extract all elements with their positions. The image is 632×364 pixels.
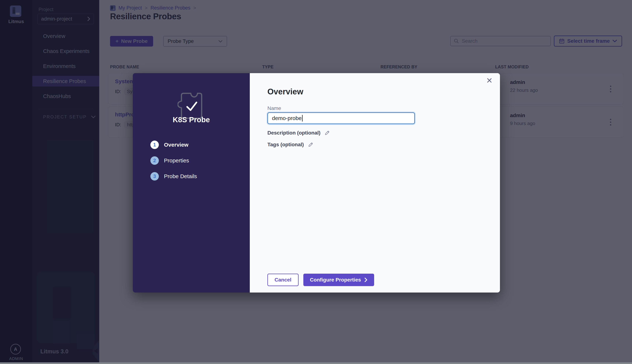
modal-footer: Cancel Configure Properties bbox=[267, 274, 374, 286]
description-label: Description (optional) bbox=[267, 130, 320, 136]
text-cursor bbox=[302, 115, 303, 122]
litmus-app: Litmus A ADMIN Project admin-project Ove… bbox=[0, 0, 632, 364]
step-probe-details[interactable]: 3 Probe Details bbox=[150, 172, 197, 180]
horizontal-scrollbar[interactable] bbox=[0, 362, 632, 364]
tags-field[interactable]: Tags (optional) bbox=[267, 142, 313, 148]
modal-form-panel: ✕ Overview Name demo-probe Description (… bbox=[250, 73, 500, 292]
close-icon[interactable]: ✕ bbox=[486, 77, 493, 84]
wizard-steps: 1 Overview 2 Properties 3 Probe Details bbox=[150, 140, 197, 188]
pencil-edit-icon[interactable] bbox=[308, 142, 313, 147]
name-input-value: demo-probe bbox=[272, 115, 302, 121]
probe-type-title: K8S Probe bbox=[133, 116, 250, 124]
step-properties[interactable]: 2 Properties bbox=[150, 156, 197, 165]
pencil-edit-icon[interactable] bbox=[324, 130, 330, 136]
step-number: 2 bbox=[150, 156, 159, 165]
create-probe-modal: K8S Probe 1 Overview 2 Properties 3 Prob… bbox=[133, 73, 500, 292]
cancel-button[interactable]: Cancel bbox=[267, 274, 299, 286]
step-number: 3 bbox=[150, 172, 159, 180]
name-input[interactable]: demo-probe bbox=[267, 112, 415, 124]
modal-title: Overview bbox=[267, 87, 303, 96]
configure-properties-button[interactable]: Configure Properties bbox=[303, 274, 374, 286]
step-overview[interactable]: 1 Overview bbox=[150, 140, 197, 149]
modal-step-panel: K8S Probe 1 Overview 2 Properties 3 Prob… bbox=[133, 73, 250, 292]
tags-label: Tags (optional) bbox=[267, 142, 304, 148]
chevron-right-icon bbox=[364, 277, 368, 282]
name-field-label: Name bbox=[267, 106, 281, 111]
step-number: 1 bbox=[150, 140, 159, 149]
description-field[interactable]: Description (optional) bbox=[267, 130, 330, 136]
